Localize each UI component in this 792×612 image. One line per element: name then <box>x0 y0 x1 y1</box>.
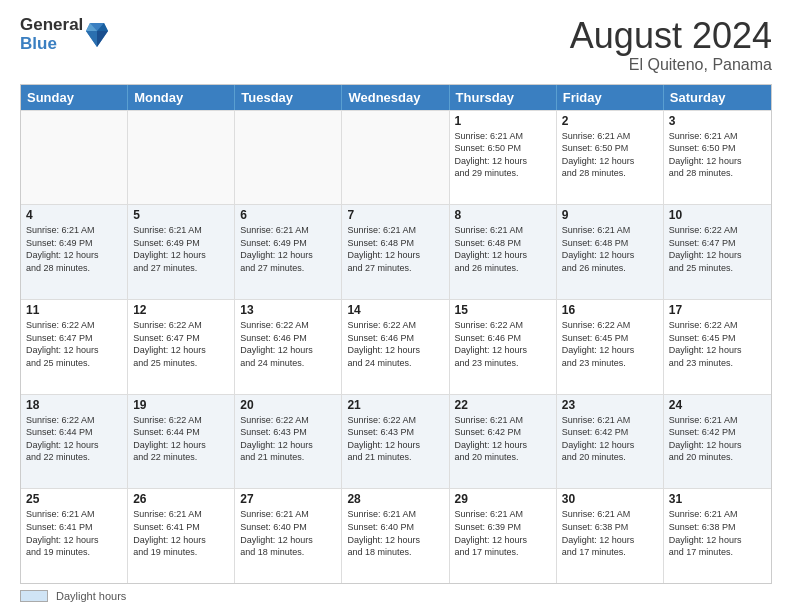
day-info: Sunrise: 6:21 AM Sunset: 6:49 PM Dayligh… <box>240 224 336 274</box>
day-number: 10 <box>669 208 766 222</box>
day-cell-25: 25Sunrise: 6:21 AM Sunset: 6:41 PM Dayli… <box>21 489 128 583</box>
day-cell-22: 22Sunrise: 6:21 AM Sunset: 6:42 PM Dayli… <box>450 395 557 489</box>
day-header-saturday: Saturday <box>664 85 771 110</box>
day-cell-31: 31Sunrise: 6:21 AM Sunset: 6:38 PM Dayli… <box>664 489 771 583</box>
day-number: 8 <box>455 208 551 222</box>
day-number: 17 <box>669 303 766 317</box>
day-info: Sunrise: 6:21 AM Sunset: 6:41 PM Dayligh… <box>26 508 122 558</box>
day-number: 31 <box>669 492 766 506</box>
day-cell-27: 27Sunrise: 6:21 AM Sunset: 6:40 PM Dayli… <box>235 489 342 583</box>
day-header-monday: Monday <box>128 85 235 110</box>
day-info: Sunrise: 6:21 AM Sunset: 6:38 PM Dayligh… <box>669 508 766 558</box>
calendar-row-5: 25Sunrise: 6:21 AM Sunset: 6:41 PM Dayli… <box>21 488 771 583</box>
day-cell-12: 12Sunrise: 6:22 AM Sunset: 6:47 PM Dayli… <box>128 300 235 394</box>
day-cell-8: 8Sunrise: 6:21 AM Sunset: 6:48 PM Daylig… <box>450 205 557 299</box>
day-cell-16: 16Sunrise: 6:22 AM Sunset: 6:45 PM Dayli… <box>557 300 664 394</box>
day-number: 26 <box>133 492 229 506</box>
empty-cell <box>21 111 128 205</box>
day-cell-13: 13Sunrise: 6:22 AM Sunset: 6:46 PM Dayli… <box>235 300 342 394</box>
day-number: 16 <box>562 303 658 317</box>
logo: General Blue <box>20 16 108 53</box>
day-cell-30: 30Sunrise: 6:21 AM Sunset: 6:38 PM Dayli… <box>557 489 664 583</box>
calendar: SundayMondayTuesdayWednesdayThursdayFrid… <box>20 84 772 584</box>
calendar-header: SundayMondayTuesdayWednesdayThursdayFrid… <box>21 85 771 110</box>
day-cell-28: 28Sunrise: 6:21 AM Sunset: 6:40 PM Dayli… <box>342 489 449 583</box>
day-number: 23 <box>562 398 658 412</box>
day-number: 12 <box>133 303 229 317</box>
day-info: Sunrise: 6:21 AM Sunset: 6:42 PM Dayligh… <box>669 414 766 464</box>
day-number: 13 <box>240 303 336 317</box>
day-number: 20 <box>240 398 336 412</box>
month-title: August 2024 <box>570 16 772 56</box>
day-info: Sunrise: 6:22 AM Sunset: 6:43 PM Dayligh… <box>240 414 336 464</box>
svg-marker-4 <box>97 31 108 47</box>
empty-cell <box>342 111 449 205</box>
day-info: Sunrise: 6:21 AM Sunset: 6:48 PM Dayligh… <box>455 224 551 274</box>
day-info: Sunrise: 6:22 AM Sunset: 6:47 PM Dayligh… <box>669 224 766 274</box>
day-number: 6 <box>240 208 336 222</box>
day-info: Sunrise: 6:21 AM Sunset: 6:41 PM Dayligh… <box>133 508 229 558</box>
day-cell-10: 10Sunrise: 6:22 AM Sunset: 6:47 PM Dayli… <box>664 205 771 299</box>
day-cell-4: 4Sunrise: 6:21 AM Sunset: 6:49 PM Daylig… <box>21 205 128 299</box>
day-number: 4 <box>26 208 122 222</box>
calendar-row-2: 4Sunrise: 6:21 AM Sunset: 6:49 PM Daylig… <box>21 204 771 299</box>
header: General Blue August 2024 El Quiteno, Pan… <box>20 16 772 74</box>
day-number: 7 <box>347 208 443 222</box>
day-number: 27 <box>240 492 336 506</box>
day-cell-20: 20Sunrise: 6:22 AM Sunset: 6:43 PM Dayli… <box>235 395 342 489</box>
day-number: 15 <box>455 303 551 317</box>
day-info: Sunrise: 6:21 AM Sunset: 6:50 PM Dayligh… <box>455 130 551 180</box>
day-number: 1 <box>455 114 551 128</box>
day-cell-2: 2Sunrise: 6:21 AM Sunset: 6:50 PM Daylig… <box>557 111 664 205</box>
day-info: Sunrise: 6:22 AM Sunset: 6:44 PM Dayligh… <box>133 414 229 464</box>
calendar-row-1: 1Sunrise: 6:21 AM Sunset: 6:50 PM Daylig… <box>21 110 771 205</box>
day-cell-11: 11Sunrise: 6:22 AM Sunset: 6:47 PM Dayli… <box>21 300 128 394</box>
daylight-legend-box <box>20 590 48 602</box>
day-number: 11 <box>26 303 122 317</box>
day-header-sunday: Sunday <box>21 85 128 110</box>
day-info: Sunrise: 6:21 AM Sunset: 6:48 PM Dayligh… <box>562 224 658 274</box>
day-info: Sunrise: 6:22 AM Sunset: 6:45 PM Dayligh… <box>669 319 766 369</box>
empty-cell <box>235 111 342 205</box>
day-number: 29 <box>455 492 551 506</box>
day-number: 2 <box>562 114 658 128</box>
day-info: Sunrise: 6:21 AM Sunset: 6:50 PM Dayligh… <box>669 130 766 180</box>
day-info: Sunrise: 6:21 AM Sunset: 6:42 PM Dayligh… <box>455 414 551 464</box>
footer: Daylight hours <box>20 590 772 602</box>
day-number: 3 <box>669 114 766 128</box>
day-info: Sunrise: 6:22 AM Sunset: 6:47 PM Dayligh… <box>26 319 122 369</box>
calendar-row-4: 18Sunrise: 6:22 AM Sunset: 6:44 PM Dayli… <box>21 394 771 489</box>
day-header-wednesday: Wednesday <box>342 85 449 110</box>
day-cell-14: 14Sunrise: 6:22 AM Sunset: 6:46 PM Dayli… <box>342 300 449 394</box>
day-cell-5: 5Sunrise: 6:21 AM Sunset: 6:49 PM Daylig… <box>128 205 235 299</box>
day-number: 24 <box>669 398 766 412</box>
empty-cell <box>128 111 235 205</box>
day-number: 21 <box>347 398 443 412</box>
day-info: Sunrise: 6:21 AM Sunset: 6:40 PM Dayligh… <box>240 508 336 558</box>
svg-marker-3 <box>86 31 97 47</box>
day-header-friday: Friday <box>557 85 664 110</box>
day-info: Sunrise: 6:22 AM Sunset: 6:45 PM Dayligh… <box>562 319 658 369</box>
day-info: Sunrise: 6:22 AM Sunset: 6:46 PM Dayligh… <box>240 319 336 369</box>
day-cell-1: 1Sunrise: 6:21 AM Sunset: 6:50 PM Daylig… <box>450 111 557 205</box>
logo-general: General <box>20 16 83 35</box>
day-number: 18 <box>26 398 122 412</box>
day-number: 25 <box>26 492 122 506</box>
day-cell-9: 9Sunrise: 6:21 AM Sunset: 6:48 PM Daylig… <box>557 205 664 299</box>
day-cell-24: 24Sunrise: 6:21 AM Sunset: 6:42 PM Dayli… <box>664 395 771 489</box>
location-title: El Quiteno, Panama <box>570 56 772 74</box>
calendar-row-3: 11Sunrise: 6:22 AM Sunset: 6:47 PM Dayli… <box>21 299 771 394</box>
day-number: 14 <box>347 303 443 317</box>
day-info: Sunrise: 6:22 AM Sunset: 6:46 PM Dayligh… <box>455 319 551 369</box>
daylight-legend-label: Daylight hours <box>56 590 126 602</box>
logo-blue: Blue <box>20 35 83 54</box>
calendar-body: 1Sunrise: 6:21 AM Sunset: 6:50 PM Daylig… <box>21 110 771 583</box>
page: General Blue August 2024 El Quiteno, Pan… <box>0 0 792 612</box>
day-cell-21: 21Sunrise: 6:22 AM Sunset: 6:43 PM Dayli… <box>342 395 449 489</box>
day-info: Sunrise: 6:22 AM Sunset: 6:44 PM Dayligh… <box>26 414 122 464</box>
day-number: 19 <box>133 398 229 412</box>
day-number: 28 <box>347 492 443 506</box>
day-number: 30 <box>562 492 658 506</box>
day-info: Sunrise: 6:21 AM Sunset: 6:38 PM Dayligh… <box>562 508 658 558</box>
day-info: Sunrise: 6:21 AM Sunset: 6:50 PM Dayligh… <box>562 130 658 180</box>
